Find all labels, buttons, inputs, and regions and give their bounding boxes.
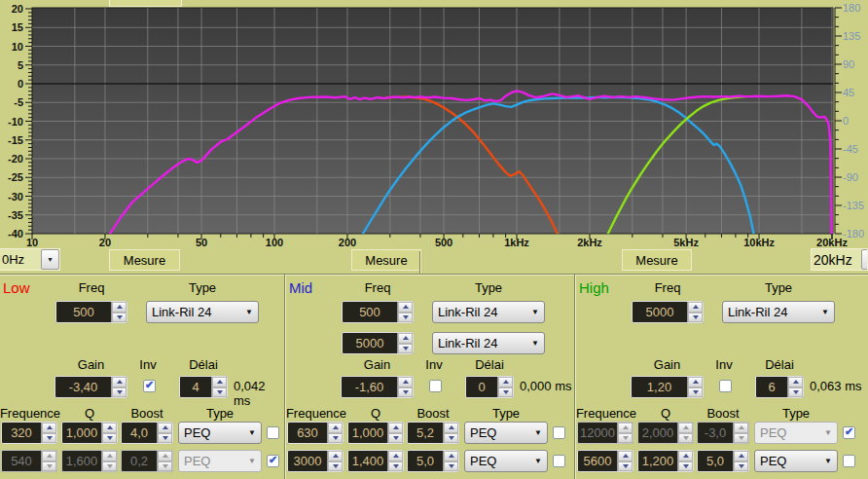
eq-type-dropdown[interactable]: PEQ ▼	[178, 422, 262, 444]
eq-type-dropdown[interactable]: PEQ ▼	[754, 422, 838, 444]
eq-bypass-checkbox[interactable]	[843, 455, 855, 467]
eq-boost-input[interactable]	[122, 423, 157, 443]
eq-bypass-checkbox[interactable]	[267, 455, 279, 467]
delay-input[interactable]	[756, 377, 787, 397]
spin-up-icon[interactable]	[398, 302, 413, 313]
spin-down-icon[interactable]	[102, 461, 117, 472]
eq-q-spinner[interactable]	[637, 450, 694, 472]
spin-down-icon[interactable]	[42, 461, 56, 472]
eq-boost-spinner[interactable]	[407, 422, 459, 444]
chevron-down-icon[interactable]: ▾	[861, 249, 868, 270]
invert-checkbox[interactable]	[719, 380, 732, 392]
delay-input[interactable]	[466, 377, 497, 397]
eq-freq-input[interactable]	[578, 451, 617, 471]
gain-input[interactable]	[55, 377, 111, 397]
eq-freq-input[interactable]	[288, 451, 327, 471]
gain-input[interactable]	[632, 377, 687, 397]
mesure-button-high[interactable]: Mesure	[622, 249, 692, 271]
xover-freq-spinner[interactable]	[342, 301, 414, 323]
eq-bypass-checkbox[interactable]	[553, 426, 565, 439]
eq-q-input[interactable]	[348, 451, 387, 471]
eq-freq-spinner[interactable]	[577, 450, 633, 472]
eq-freq-input[interactable]	[288, 423, 327, 443]
spin-up-icon[interactable]	[42, 423, 56, 433]
xover-freq-spinner[interactable]	[55, 301, 127, 323]
spin-up-icon[interactable]	[388, 451, 403, 461]
eq-q-spinner[interactable]	[61, 450, 118, 472]
eq-boost-spinner[interactable]	[121, 450, 173, 472]
spin-up-icon[interactable]	[688, 377, 703, 387]
spin-down-icon[interactable]	[618, 461, 633, 472]
spin-up-icon[interactable]	[734, 451, 748, 461]
spin-up-icon[interactable]	[388, 423, 403, 433]
eq-type-dropdown[interactable]: PEQ ▼	[464, 450, 548, 472]
eq-q-input[interactable]	[638, 423, 677, 443]
spin-up-icon[interactable]	[498, 377, 513, 387]
cut-off-button-top[interactable]	[109, 0, 182, 7]
gain-spinner[interactable]	[341, 376, 414, 398]
eq-freq-spinner[interactable]	[287, 422, 344, 444]
spin-up-icon[interactable]	[678, 451, 693, 461]
xover-freq-input[interactable]	[343, 302, 397, 322]
spin-down-icon[interactable]	[158, 433, 172, 444]
eq-type-dropdown[interactable]: PEQ ▼	[754, 450, 838, 472]
spin-down-icon[interactable]	[734, 433, 748, 444]
invert-checkbox[interactable]	[429, 380, 442, 392]
eq-q-spinner[interactable]	[61, 422, 118, 444]
gain-spinner[interactable]	[631, 376, 704, 398]
eq-type-dropdown[interactable]: PEQ ▼	[464, 422, 548, 444]
xover-freq2-spinner[interactable]	[342, 332, 414, 354]
eq-boost-spinner[interactable]	[697, 450, 749, 472]
eq-boost-input[interactable]	[698, 423, 733, 443]
spin-down-icon[interactable]	[388, 461, 403, 472]
spin-down-icon[interactable]	[328, 433, 343, 444]
xover-freq2-input[interactable]	[343, 333, 397, 353]
eq-freq-input[interactable]	[2, 451, 41, 471]
eq-boost-spinner[interactable]	[697, 422, 749, 444]
spin-down-icon[interactable]	[444, 433, 458, 444]
xover-type-dropdown[interactable]: Link-Ril 24 ▼	[432, 301, 545, 323]
xover-type-dropdown[interactable]: Link-Ril 24 ▼	[722, 301, 835, 323]
spin-up-icon[interactable]	[328, 451, 343, 461]
spin-down-icon[interactable]	[328, 461, 343, 472]
spin-down-icon[interactable]	[42, 433, 56, 444]
spin-down-icon[interactable]	[112, 387, 127, 398]
eq-q-input[interactable]	[62, 451, 101, 471]
eq-bypass-checkbox[interactable]	[267, 426, 279, 439]
xover-type2-dropdown[interactable]: Link-Ril 24 ▼	[432, 332, 545, 354]
gain-input[interactable]	[342, 377, 397, 397]
spin-up-icon[interactable]	[102, 423, 117, 433]
eq-freq-spinner[interactable]	[577, 422, 633, 444]
spin-up-icon[interactable]	[618, 451, 633, 461]
spin-down-icon[interactable]	[102, 433, 117, 444]
eq-q-spinner[interactable]	[347, 450, 404, 472]
delay-input[interactable]	[180, 377, 211, 397]
eq-freq-spinner[interactable]	[1, 422, 57, 444]
eq-bypass-checkbox[interactable]	[843, 426, 855, 439]
spin-up-icon[interactable]	[734, 423, 748, 433]
spin-down-icon[interactable]	[112, 313, 127, 323]
xover-freq-input[interactable]	[56, 302, 111, 322]
eq-boost-input[interactable]	[408, 423, 443, 443]
spin-down-icon[interactable]	[688, 313, 703, 323]
spin-down-icon[interactable]	[498, 387, 513, 398]
spin-down-icon[interactable]	[398, 387, 413, 398]
eq-q-input[interactable]	[348, 423, 387, 443]
eq-freq-input[interactable]	[578, 423, 617, 443]
spin-down-icon[interactable]	[388, 433, 403, 444]
chevron-down-icon[interactable]: ▾	[41, 249, 59, 270]
spin-up-icon[interactable]	[42, 451, 56, 461]
spin-up-icon[interactable]	[444, 451, 458, 461]
gain-spinner[interactable]	[54, 376, 127, 398]
xover-freq-spinner[interactable]	[632, 301, 704, 323]
spin-up-icon[interactable]	[788, 377, 803, 387]
spin-up-icon[interactable]	[398, 333, 413, 344]
spin-down-icon[interactable]	[212, 387, 227, 398]
spin-up-icon[interactable]	[328, 423, 343, 433]
eq-q-input[interactable]	[638, 451, 677, 471]
spin-down-icon[interactable]	[398, 313, 413, 323]
eq-q-spinner[interactable]	[347, 422, 404, 444]
spin-down-icon[interactable]	[444, 461, 458, 472]
eq-boost-input[interactable]	[122, 451, 157, 471]
spin-up-icon[interactable]	[112, 377, 127, 387]
